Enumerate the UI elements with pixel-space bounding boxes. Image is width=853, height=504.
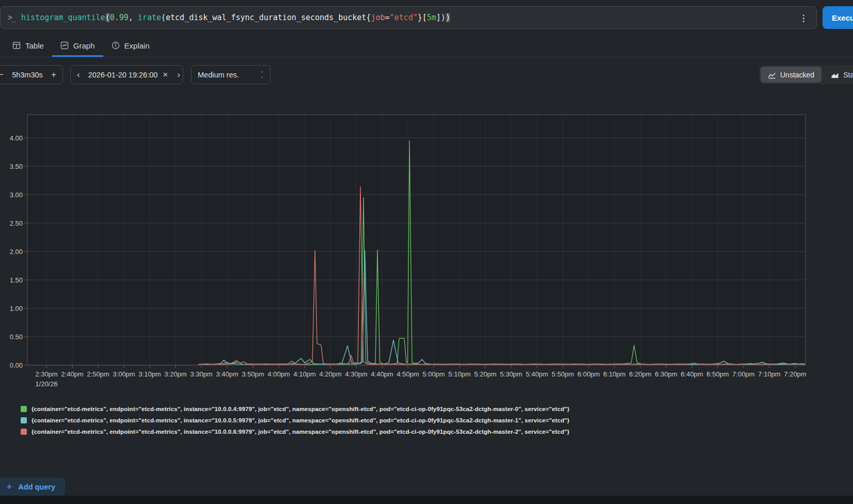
x-axis-tick-label: 5:50pm: [551, 370, 574, 378]
x-axis-tick-label: 3:10pm: [138, 370, 161, 378]
table-icon: [12, 41, 21, 50]
execute-button[interactable]: Execute: [823, 6, 853, 29]
x-axis-tick-label: 2:50pm: [87, 370, 109, 378]
tab-table[interactable]: Table: [4, 36, 52, 57]
x-axis-tick-label: 7:20pm: [784, 370, 806, 378]
x-axis-tick-label: 6:20pm: [629, 370, 651, 378]
stacked-button[interactable]: Stacked: [824, 67, 853, 83]
add-query-button[interactable]: + Add query: [0, 478, 65, 496]
x-axis-tick-label: 4:50pm: [397, 370, 419, 378]
y-axis-tick-label: 1.50: [10, 276, 23, 284]
x-axis-tick-label: 3:20pm: [164, 370, 186, 378]
series-legend: {container="etcd-metrics", endpoint="etc…: [21, 406, 570, 440]
x-axis-tick-label: 6:40pm: [681, 370, 703, 378]
legend-swatch: [21, 429, 27, 435]
time-back-chevron-icon[interactable]: ‹: [71, 66, 86, 84]
resolution-select[interactable]: Medium res. ⌃⌄: [191, 65, 271, 84]
query-expression[interactable]: histogram_quantile(0.99, irate(etcd_disk…: [21, 13, 809, 22]
x-axis-tick-label: 2:30pm: [35, 370, 57, 378]
query-bar: >_ histogram_quantile(0.99, irate(etcd_d…: [0, 6, 853, 29]
x-axis-tick-label: 4:10pm: [293, 370, 315, 378]
graph-canvas[interactable]: 2:30pm2:40pm2:50pm3:00pm3:10pm3:20pm3:30…: [0, 108, 853, 398]
x-axis-tick-label: 4:20pm: [319, 370, 341, 378]
y-axis-tick-label: 1.00: [10, 305, 23, 312]
y-axis-tick-label: 4.00: [10, 134, 23, 142]
legend-item[interactable]: {container="etcd-metrics", endpoint="etc…: [21, 429, 570, 435]
x-axis-tick-label: 5:00pm: [422, 370, 445, 378]
x-axis-tick-label: 3:30pm: [190, 370, 212, 378]
tab-graph[interactable]: Graph: [52, 36, 103, 57]
x-axis-tick-label: 4:30pm: [345, 370, 367, 378]
x-axis-tick-label: 5:40pm: [526, 370, 548, 378]
select-caret-icon: ⌃⌄: [260, 72, 264, 78]
query-options-kebab-icon[interactable]: ⋮: [798, 12, 809, 24]
range-increase-button[interactable]: +: [45, 66, 62, 84]
x-axis-tick-label: 5:10pm: [448, 370, 470, 378]
x-axis-tick-label: 5:30pm: [500, 370, 522, 378]
graph-toolbar: − 5h3m30s + ‹ 2026-01-20 19:26:00 × › Me…: [0, 65, 853, 85]
x-axis-tick-label: 3:00pm: [113, 370, 135, 378]
x-axis-tick-label: 4:40pm: [371, 370, 393, 378]
x-axis-tick-label: 5:20pm: [474, 370, 496, 378]
x-axis-tick-label: 7:10pm: [758, 370, 780, 378]
legend-label: {container="etcd-metrics", endpoint="etc…: [31, 429, 570, 435]
y-axis-tick-label: 0.00: [10, 361, 23, 369]
bottom-panel-edge: [0, 496, 853, 504]
result-tabs: Table Graph Explain: [0, 36, 853, 57]
x-axis-date-label: 1/20/26: [35, 380, 57, 388]
endtime-control: ‹ 2026-01-20 19:26:00 × ›: [70, 65, 183, 84]
x-axis-tick-label: 2:40pm: [61, 370, 83, 378]
x-axis-tick-label: 4:00pm: [267, 370, 290, 378]
legend-item[interactable]: {container="etcd-metrics", endpoint="etc…: [21, 417, 570, 423]
clear-time-icon[interactable]: ×: [160, 66, 171, 84]
stacking-toggle: Unstacked Stacked: [759, 65, 853, 84]
plus-icon: +: [6, 481, 12, 493]
legend-swatch: [21, 406, 27, 412]
endtime-value[interactable]: 2026-01-20 19:26:00: [86, 71, 160, 79]
legend-item[interactable]: {container="etcd-metrics", endpoint="etc…: [21, 406, 570, 412]
x-axis-tick-label: 6:30pm: [655, 370, 677, 378]
y-axis-tick-label: 3.50: [10, 163, 23, 170]
x-axis-tick-label: 6:00pm: [577, 370, 599, 378]
y-axis-tick-label: 3.00: [10, 191, 23, 199]
graph-icon: [60, 41, 69, 50]
resolution-value: Medium res.: [198, 71, 239, 79]
range-value[interactable]: 5h3m30s: [10, 71, 45, 79]
terminal-prompt-icon: >_: [8, 13, 15, 22]
y-axis-tick-label: 2.00: [10, 248, 23, 256]
y-axis-tick-label: 0.50: [10, 333, 23, 341]
legend-swatch: [21, 417, 27, 423]
x-axis-tick-label: 3:40pm: [216, 370, 238, 378]
stacked-area-icon: [831, 71, 839, 79]
legend-label: {container="etcd-metrics", endpoint="etc…: [31, 417, 570, 423]
query-input[interactable]: >_ histogram_quantile(0.99, irate(etcd_d…: [0, 6, 817, 29]
unstacked-button[interactable]: Unstacked: [761, 67, 822, 83]
line-chart-icon: [768, 71, 776, 79]
range-decrease-button[interactable]: −: [0, 66, 10, 84]
y-axis-tick-label: 2.50: [10, 219, 23, 227]
time-forward-chevron-icon[interactable]: ›: [171, 66, 186, 84]
legend-label: {container="etcd-metrics", endpoint="etc…: [31, 406, 570, 412]
tab-explain[interactable]: Explain: [103, 36, 158, 57]
x-axis-tick-label: 7:00pm: [732, 370, 754, 378]
x-axis-tick-label: 6:50pm: [706, 370, 729, 378]
range-control: − 5h3m30s +: [0, 65, 63, 84]
x-axis-tick-label: 3:50pm: [242, 370, 264, 378]
x-axis-tick-label: 6:10pm: [603, 370, 625, 378]
info-icon: [112, 41, 120, 50]
